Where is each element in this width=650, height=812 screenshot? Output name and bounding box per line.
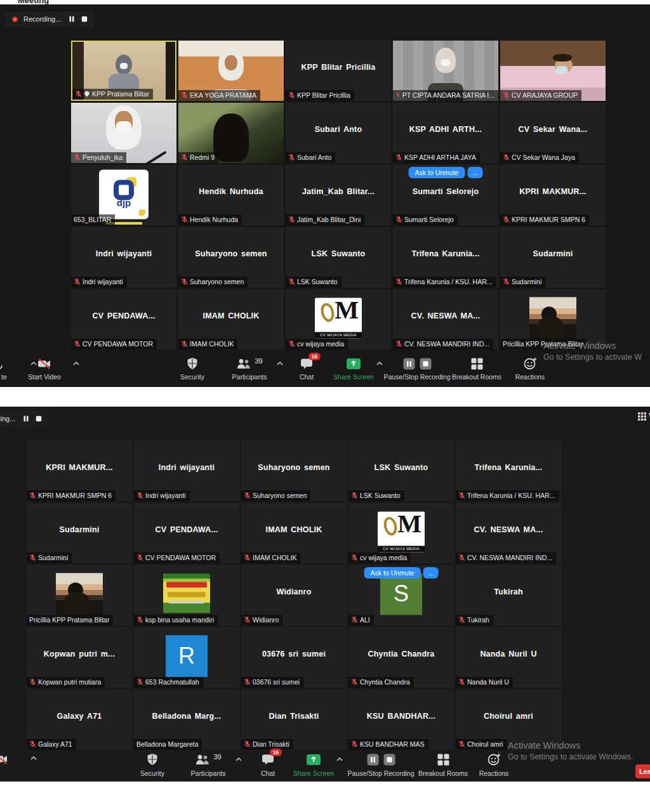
participant-tile[interactable]: Indri wijayanti Indri wijayanti <box>134 441 239 501</box>
ask-to-unmute-button[interactable]: Ask to Unmute <box>364 567 421 579</box>
participant-tile[interactable]: Nanda Nuril U Nanda Nuril U <box>456 627 561 688</box>
gallery-view-grid-icon <box>638 412 646 421</box>
participant-tile[interactable]: Chyntia Chandra Chyntia Chandra <box>348 627 454 688</box>
video-options-chevron[interactable] <box>30 756 37 760</box>
participant-display-name: KPRI MAKMUR... <box>46 463 113 472</box>
participant-name-text: KSU BANDHAR MAS <box>360 740 425 748</box>
participant-tile[interactable]: ksp bina usaha mandiri <box>134 565 239 625</box>
participant-name-text: 653_BLITAR <box>74 216 111 223</box>
participant-tile[interactable]: Choirul amri Choirul amri <box>456 690 561 750</box>
participant-display-name: Indri wijayanti <box>96 249 152 258</box>
participant-name-label: CV PENDAWA MOTOR <box>134 553 220 563</box>
participant-name-label: 03676 sri sumei <box>241 677 303 688</box>
participant-tile[interactable]: Pricillia KPP Pratama Blitar <box>500 289 606 350</box>
participant-tile[interactable]: IMAM CHOLIK IMAM CHOLIK <box>178 289 284 350</box>
participant-display-name: Sudarmini <box>60 525 100 534</box>
leave-meeting-button[interactable]: Leave <box>635 764 650 778</box>
participant-tile[interactable]: KPP Pratama Blitar <box>71 41 176 101</box>
muted-mic-icon <box>74 278 81 285</box>
participant-tile[interactable]: KSU BANDHAR... KSU BANDHAR MAS <box>348 690 454 750</box>
participant-tile[interactable]: KPP Blitar Pricillia KPP Blitar Pricilli… <box>286 41 391 101</box>
participant-name-text: KPRI MAKMUR SMPN 6 <box>512 216 585 223</box>
pause-recording-icon <box>403 358 415 370</box>
participant-tile[interactable]: Sudarmini Sudarmini <box>500 227 606 287</box>
participant-tile[interactable]: KPRI MAKMUR... KPRI MAKMUR SMPN 6 <box>500 165 606 225</box>
participant-name-text: Hendik Nurhuda <box>190 216 238 223</box>
participant-tile[interactable]: PT CIPTA ANDARA SATRIA I... <box>393 41 498 101</box>
pause-recording-button[interactable] <box>22 415 30 422</box>
wijaya-caption: CV WIJAYA MEDIA <box>378 546 425 552</box>
participant-tile[interactable]: KSP ADHI ARTH... KSP ADHI ARTHA JAYA <box>393 103 498 163</box>
participant-name-label: Trifena Karunia / KSU. HAR... <box>393 277 496 287</box>
start-video-button[interactable]: Start Video <box>6 357 83 381</box>
participant-tile[interactable]: KPRI MAKMUR... KPRI MAKMUR SMPN 6 <box>27 441 132 501</box>
participant-tile[interactable]: IMAM CHOLIK IMAM CHOLIK <box>241 503 347 563</box>
participant-display-name: Indri wijayanti <box>159 463 215 472</box>
stop-recording-button[interactable] <box>81 15 88 23</box>
participant-display-name: IMAM CHOLIK <box>203 311 260 320</box>
reactions-button[interactable]: Reactions <box>456 752 532 777</box>
tile-more-options-button[interactable]: ... <box>467 167 482 178</box>
participant-tile[interactable]: Subari Anto Subari Anto <box>286 103 391 163</box>
participant-tile[interactable]: Suharyono semen Suharyono semen <box>178 227 284 287</box>
participant-tile[interactable]: Trifena Karunia... Trifena Karunia / KSU… <box>393 227 498 287</box>
participant-tile[interactable]: djp 653_BLITAR <box>71 165 176 225</box>
participant-display-name: Nanda Nuril U <box>480 650 536 658</box>
wijaya-caption: CV WIJAYA MEDIA <box>315 332 362 338</box>
participant-tile[interactable]: Redmi 9 <box>178 103 284 163</box>
muted-mic-icon <box>29 678 36 686</box>
participant-tile[interactable]: CV. NESWA MA... CV. NESWA MANDIRI IND... <box>456 503 561 563</box>
participant-tile[interactable]: Suharyono semen Suharyono semen <box>241 441 347 501</box>
participant-tile[interactable]: Tukirah Tukirah <box>456 565 561 625</box>
participant-name-text: Indri wijayanti <box>83 278 123 285</box>
recording-label: Recording... <box>23 15 63 23</box>
participant-name-text: ALI <box>360 616 370 624</box>
participant-tile[interactable]: Belladona Marg... Belladona Margareta <box>134 690 239 750</box>
participant-tile[interactable]: Sudarmini Sudarmini <box>27 503 132 563</box>
participant-display-name: Chyntia Chandra <box>368 650 434 658</box>
participant-tile[interactable]: Trifena Karunia... Trifena Karunia / KSU… <box>456 441 561 501</box>
participant-tile[interactable]: LSK Suwanto LSK Suwanto <box>286 227 391 287</box>
ask-to-unmute-button[interactable]: Ask to Unmute <box>409 167 465 178</box>
participant-tile[interactable]: 03676 sri sumei 03676 sri sumei <box>241 627 347 688</box>
stop-recording-button[interactable] <box>35 415 43 422</box>
participant-tile[interactable]: CV Sekar Wana... CV Sekar Wana Jaya <box>500 103 606 163</box>
participant-name-text: CV Sekar Wana Jaya <box>512 154 575 161</box>
participant-tile[interactable]: CV ARAJAYA GROUP <box>500 41 606 101</box>
participant-tile[interactable]: CV. NESWA MA... CV. NESWA MANDIRI IND... <box>393 289 498 350</box>
muted-mic-icon <box>244 492 251 499</box>
participant-tile[interactable]: Sumarti Selorejo Ask to Unmute ... Sumar… <box>393 165 498 225</box>
participant-tile[interactable]: Pricillia KPP Pratama Blitar <box>27 565 132 625</box>
participant-tile[interactable]: Indri wijayanti Indri wijayanti <box>71 227 176 287</box>
participant-tile[interactable]: Galaxy A71 Galaxy A71 <box>27 690 132 750</box>
participant-display-name: Suharyono semen <box>258 463 329 472</box>
participant-tile[interactable]: Hendik Nurhuda Hendik Nurhuda <box>178 165 284 225</box>
video-options-chevron[interactable] <box>73 362 79 365</box>
participant-tile[interactable]: EKA YOGA PRATAMA <box>178 41 284 101</box>
participant-tile[interactable]: S Ask to Unmute ... ALI <box>348 565 454 625</box>
participant-tile[interactable]: MCV WIJAYA MEDIA cv wijaya media <box>348 503 454 563</box>
participant-tile[interactable]: MCV WIJAYA MEDIA cv wijaya media <box>286 289 391 350</box>
tile-more-options-button[interactable]: ... <box>423 567 438 579</box>
participant-tile[interactable]: Kopwan putri m... Kopwan putri mutiara <box>27 627 132 688</box>
participant-tile[interactable]: Jatim_Kab Blitar... Jatim_Kab Blitar_Din… <box>286 165 391 225</box>
participant-display-name: CV. NESWA MA... <box>474 525 543 534</box>
participant-tile[interactable]: Dian Trisakti Dian Trisakti <box>241 690 347 750</box>
pause-recording-button[interactable] <box>68 15 76 23</box>
participant-name-text: Subari Anto <box>297 154 331 161</box>
participant-tile[interactable]: LSK Suwanto LSK Suwanto <box>348 441 454 501</box>
participant-tile[interactable]: CV PENDAWA... CV PENDAWA MOTOR <box>134 503 239 563</box>
participant-tile[interactable]: CV PENDAWA... CV PENDAWA MOTOR <box>71 289 176 350</box>
wijaya-gold-ornament <box>319 301 336 323</box>
mute-mic-icon <box>0 359 5 373</box>
participant-tile[interactable]: R 653 Rachmatullah <box>134 627 239 688</box>
zoom-meeting-window-top: Recording... KPP Pratama Blitar EKA <box>0 4 650 387</box>
participant-name-label: Chyntia Chandra <box>348 677 414 688</box>
participant-tile[interactable]: Widianro Widianro <box>241 565 347 625</box>
participant-tile[interactable]: Penyuluh_ika <box>71 103 176 163</box>
participant-display-name: KPRI MAKMUR... <box>519 187 587 196</box>
chat-label: Chat <box>261 769 275 777</box>
wijaya-m-glyph: M <box>397 510 421 538</box>
reactions-button[interactable]: Reactions <box>492 357 568 381</box>
view-button[interactable]: V <box>638 412 650 421</box>
